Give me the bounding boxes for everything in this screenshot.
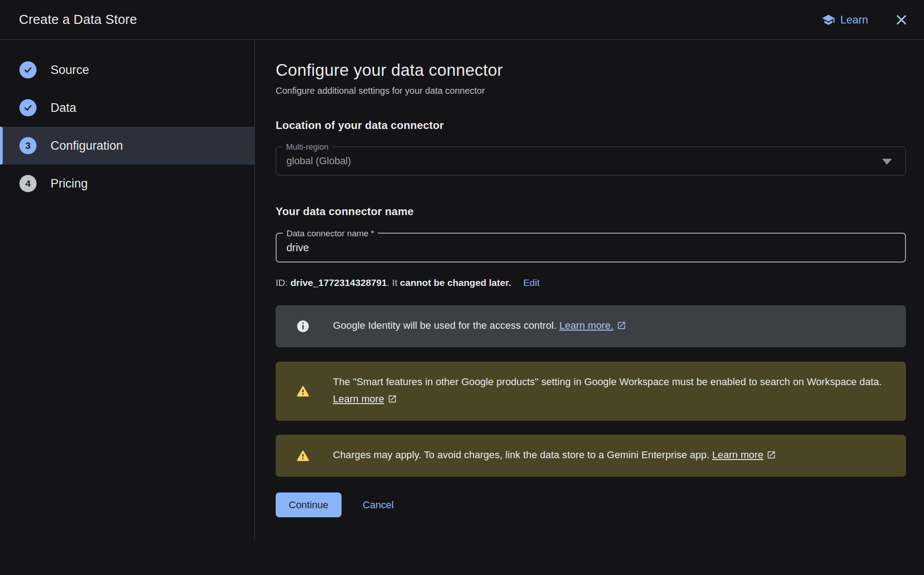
workspace-warning-text: The "Smart features in other Google prod… xyxy=(333,373,888,409)
create-data-store-dialog: Create a Data Store Learn Sou xyxy=(0,0,924,575)
header-actions: Learn xyxy=(822,13,909,27)
step-label: Configuration xyxy=(51,139,123,153)
step-complete-check-icon xyxy=(19,99,37,116)
close-icon xyxy=(894,13,909,27)
multi-region-value: global (Global) xyxy=(276,147,906,175)
workspace-warning-banner: The "Smart features in other Google prod… xyxy=(276,362,906,421)
page-subtitle: Configure additional settings for your d… xyxy=(276,86,906,96)
info-icon xyxy=(296,319,310,333)
external-link-icon xyxy=(388,392,397,409)
external-link-icon xyxy=(617,318,626,336)
info-learn-more-link[interactable]: Learn more. xyxy=(559,320,626,331)
location-section-title: Location of your data connector xyxy=(276,119,906,132)
stepper-sidebar: Source Data 3 Configuration 4 Pricing xyxy=(0,40,255,542)
cancel-button[interactable]: Cancel xyxy=(363,499,393,511)
charges-warning-banner: Charges may apply. To avoid charges, lin… xyxy=(276,435,906,477)
data-connector-name-field: Data connector name * xyxy=(276,233,906,262)
learn-label: Learn xyxy=(841,14,868,26)
step-label: Pricing xyxy=(51,177,88,191)
step-label: Data xyxy=(51,101,76,115)
step-label: Source xyxy=(51,63,89,77)
helper-mid: . It xyxy=(387,277,400,288)
helper-bold: cannot be changed later. xyxy=(400,277,511,288)
helper-prefix: ID: xyxy=(276,277,291,288)
page-title: Configure your data connector xyxy=(276,61,906,80)
external-link-icon xyxy=(767,448,776,465)
dialog-title: Create a Data Store xyxy=(19,12,137,27)
dialog-header: Create a Data Store Learn xyxy=(0,0,924,40)
graduation-cap-icon xyxy=(822,13,835,27)
step-complete-check-icon xyxy=(19,61,37,78)
connector-id-value: drive_1772314328791 xyxy=(291,277,387,288)
step-number-badge: 3 xyxy=(19,137,37,154)
continue-button[interactable]: Continue xyxy=(276,492,342,517)
step-data[interactable]: Data xyxy=(0,89,254,127)
close-button[interactable] xyxy=(894,13,909,27)
charges-learn-more-link[interactable]: Learn more xyxy=(712,449,776,460)
edit-id-link[interactable]: Edit xyxy=(523,277,540,288)
learn-button[interactable]: Learn xyxy=(822,13,868,27)
data-connector-name-label: Data connector name * xyxy=(283,229,378,239)
warning-icon xyxy=(296,449,310,463)
step-source[interactable]: Source xyxy=(0,51,254,89)
workspace-learn-more-link[interactable]: Learn more xyxy=(333,393,397,405)
name-section-title: Your data connector name xyxy=(276,205,906,218)
multi-region-select[interactable]: Multi-region global (Global) xyxy=(276,147,906,175)
step-number-badge: 4 xyxy=(19,175,37,192)
active-step-accent xyxy=(0,127,3,165)
step-configuration[interactable]: 3 Configuration xyxy=(0,127,254,165)
charges-warning-text: Charges may apply. To avoid charges, lin… xyxy=(333,446,776,465)
multi-region-label: Multi-region xyxy=(282,142,332,152)
action-bar: Continue Cancel xyxy=(276,492,906,517)
dropdown-arrow-icon xyxy=(882,159,892,165)
warning-icon xyxy=(296,384,310,398)
configuration-panel: Configure your data connector Configure … xyxy=(255,40,924,542)
info-banner-text: Google Identity will be used for the acc… xyxy=(333,317,626,336)
step-pricing[interactable]: 4 Pricing xyxy=(0,165,254,202)
dialog-body: Source Data 3 Configuration 4 Pricing xyxy=(0,40,924,542)
info-banner: Google Identity will be used for the acc… xyxy=(276,305,906,347)
connector-id-helper: ID: drive_1772314328791. It cannot be ch… xyxy=(276,277,906,288)
